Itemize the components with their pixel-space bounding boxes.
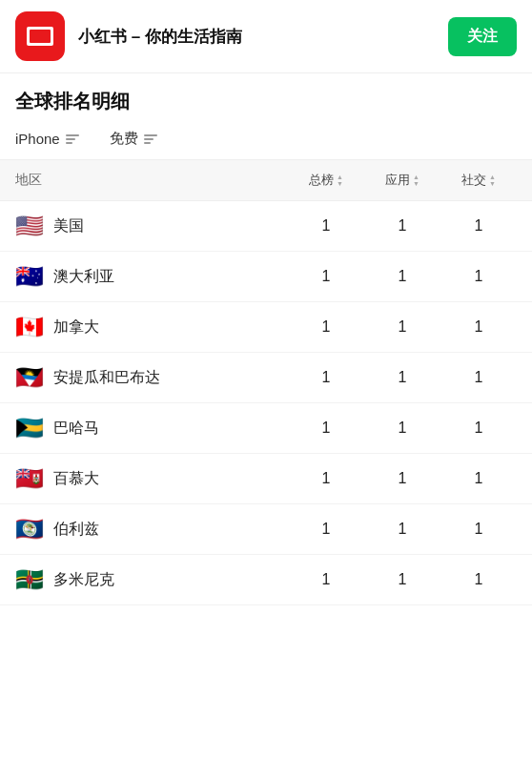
country-cell: 🇦🇬 安提瓜和巴布达 [15, 366, 288, 389]
country-name: 巴哈马 [53, 419, 99, 439]
country-cell: 🇧🇲 百慕大 [15, 467, 288, 490]
rank-social: 1 [440, 369, 517, 386]
rank-total: 1 [288, 268, 364, 285]
country-cell: 🇩🇲 多米尼克 [15, 568, 288, 591]
rank-app: 1 [364, 268, 440, 285]
rank-social: 1 [440, 420, 517, 437]
table-row: 🇦🇬 安提瓜和巴布达 1 1 1 [0, 353, 532, 403]
rank-total: 1 [288, 571, 364, 588]
rank-app: 1 [364, 571, 440, 588]
country-name: 百慕大 [53, 469, 99, 489]
country-cell: 🇧🇿 伯利兹 [15, 518, 288, 541]
rank-app: 1 [364, 217, 440, 235]
rank-total: 1 [288, 470, 364, 487]
rank-app: 1 [364, 470, 440, 487]
filter-iphone-icon [66, 134, 79, 144]
country-name: 安提瓜和巴布达 [53, 368, 160, 388]
country-name: 伯利兹 [53, 520, 99, 540]
rank-app: 1 [364, 521, 440, 538]
filter-iphone-label: iPhone [15, 131, 60, 147]
rank-total: 1 [288, 420, 364, 437]
rank-total: 1 [288, 217, 364, 235]
country-flag: 🇧🇸 [15, 417, 44, 440]
rank-app: 1 [364, 318, 440, 336]
page-title: 全球排名明细 [0, 73, 532, 122]
country-flag: 🇺🇸 [15, 215, 44, 237]
col-header-social[interactable]: 社交 [440, 172, 517, 189]
rank-total: 1 [288, 318, 364, 336]
col-header-app[interactable]: 应用 [364, 172, 440, 189]
rank-app: 1 [364, 420, 440, 437]
rank-total: 1 [288, 521, 364, 538]
rank-social: 1 [440, 470, 517, 487]
sort-app-icon [413, 174, 419, 187]
country-cell: 🇺🇸 美国 [15, 215, 288, 237]
rank-total: 1 [288, 369, 364, 386]
filter-bar: iPhone 免费 [0, 122, 532, 160]
app-icon [15, 11, 65, 61]
rank-app: 1 [364, 369, 440, 386]
rank-social: 1 [440, 268, 517, 285]
sort-social-icon [489, 174, 496, 187]
rank-social: 1 [440, 217, 517, 235]
country-flag: 🇨🇦 [15, 316, 44, 338]
country-flag: 🇧🇲 [15, 467, 44, 490]
col-header-total[interactable]: 总榜 [288, 172, 364, 189]
table-row: 🇧🇲 百慕大 1 1 1 [0, 454, 532, 504]
rank-social: 1 [440, 521, 517, 538]
country-name: 澳大利亚 [53, 267, 114, 287]
filter-free-icon [144, 134, 157, 144]
country-flag: 🇧🇿 [15, 518, 44, 541]
app-header: 小红书 – 你的生活指南 关注 [0, 0, 532, 73]
country-flag: 🇩🇲 [15, 568, 44, 591]
app-title: 小红书 – 你的生活指南 [78, 26, 448, 48]
country-cell: 🇧🇸 巴哈马 [15, 417, 288, 440]
rank-social: 1 [440, 318, 517, 336]
country-flag: 🇦🇺 [15, 265, 44, 288]
table-row: 🇨🇦 加拿大 1 1 1 [0, 302, 532, 353]
filter-free-label: 免费 [110, 130, 138, 148]
rank-social: 1 [440, 571, 517, 588]
col-header-region: 地区 [15, 172, 288, 189]
country-name: 美国 [53, 216, 84, 236]
country-cell: 🇦🇺 澳大利亚 [15, 265, 288, 288]
table-row: 🇧🇸 巴哈马 1 1 1 [0, 403, 532, 454]
country-cell: 🇨🇦 加拿大 [15, 316, 288, 338]
table-row: 🇧🇿 伯利兹 1 1 1 [0, 504, 532, 555]
table-row: 🇩🇲 多米尼克 1 1 1 [0, 555, 532, 605]
country-name: 加拿大 [53, 317, 99, 338]
table-row: 🇦🇺 澳大利亚 1 1 1 [0, 252, 532, 302]
table-row: 🇺🇸 美国 1 1 1 [0, 201, 532, 252]
table-body: 🇺🇸 美国 1 1 1 🇦🇺 澳大利亚 1 1 1 🇨🇦 加拿大 1 1 1 🇦… [0, 201, 532, 605]
sort-total-icon [337, 174, 343, 187]
follow-button[interactable]: 关注 [448, 17, 517, 56]
table-header: 地区 总榜 应用 社交 [0, 160, 532, 201]
country-flag: 🇦🇬 [15, 366, 44, 389]
country-name: 多米尼克 [53, 570, 114, 590]
filter-free[interactable]: 免费 [110, 130, 157, 148]
filter-iphone[interactable]: iPhone [15, 131, 79, 147]
